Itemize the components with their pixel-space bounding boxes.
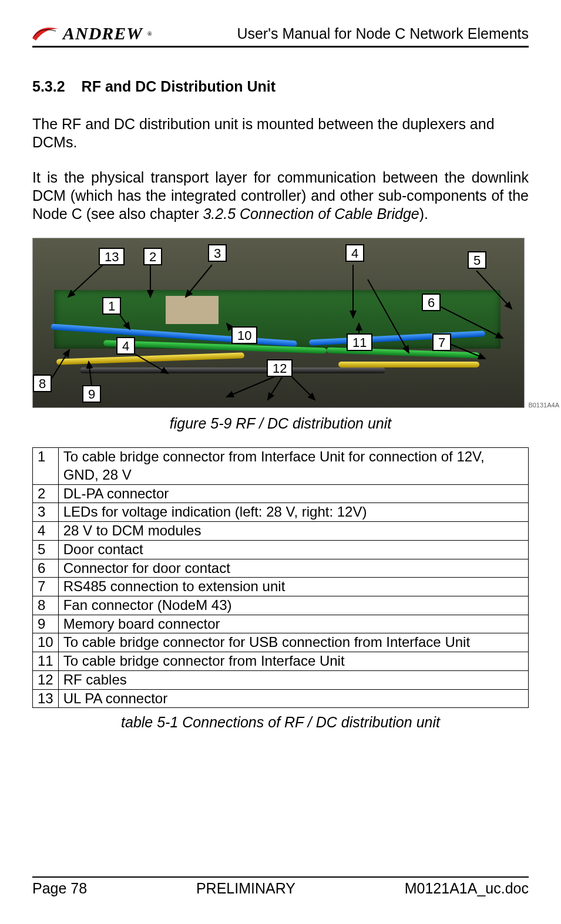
row-description: UL PA connector [58,689,528,708]
table-row: 9Memory board connector [33,615,529,633]
row-number: 3 [33,503,59,522]
callout-11: 11 [347,333,372,351]
row-number: 6 [33,559,59,578]
row-number: 9 [33,615,59,633]
row-description: Memory board connector [58,615,528,633]
callout-12: 12 [267,359,293,377]
row-description: To cable bridge connector for USB connec… [58,633,528,652]
row-description: Fan connector (NodeM 43) [58,596,528,615]
row-description: LEDs for voltage indication (left: 28 V,… [58,503,528,522]
row-number: 13 [33,689,59,708]
row-number: 8 [33,596,59,615]
table-row: 8Fan connector (NodeM 43) [33,596,529,615]
table-row: 1To cable bridge connector from Interfac… [33,448,529,484]
callout-6: 6 [422,294,441,311]
callout-7: 7 [432,333,451,351]
table-row: 12RF cables [33,670,529,689]
row-description: RF cables [58,670,528,689]
section-heading: 5.3.2 RF and DC Distribution Unit [32,78,529,95]
paragraph-2: It is the physical transport layer for c… [32,168,529,224]
connections-table: 1To cable bridge connector from Interfac… [32,447,529,708]
row-number: 4 [33,522,59,541]
callout-10: 10 [231,326,257,344]
paragraph-1: The RF and DC distribution unit is mount… [32,115,529,152]
row-number: 1 [33,448,59,484]
row-description: To cable bridge connector from Interface… [58,652,528,671]
row-description: 28 V to DCM modules [58,522,528,541]
table-row: 428 V to DCM modules [33,522,529,541]
document-title: User's Manual for Node C Network Element… [237,25,529,42]
callout-2: 2 [143,248,162,265]
callout-4a: 4 [116,337,135,355]
logo-text: ANDREW [63,23,143,43]
table-row: 6Connector for door contact [33,559,529,578]
callout-5: 5 [468,251,486,269]
logo-swoosh-icon [32,25,58,42]
table-caption: table 5-1 Connections of RF / DC distrib… [32,714,529,731]
section-title: RF and DC Distribution Unit [82,78,276,95]
row-description: RS485 connection to extension unit [58,578,528,596]
row-number: 10 [33,633,59,652]
callout-13: 13 [99,248,125,265]
table-row: 5Door contact [33,540,529,559]
table-row: 13UL PA connector [33,689,529,708]
row-description: To cable bridge connector from Interface… [58,448,528,484]
row-number: 7 [33,578,59,596]
section-number: 5.3.2 [32,78,65,95]
brand-logo: ANDREW ® [32,23,153,43]
row-description: DL-PA connector [58,484,528,503]
page-header: ANDREW ® User's Manual for Node C Networ… [32,23,529,48]
table-row: 11To cable bridge connector from Interfa… [33,652,529,671]
row-number: 2 [33,484,59,503]
image-id-tag: B0131A4A [528,402,559,409]
row-number: 12 [33,670,59,689]
callout-4b: 4 [345,244,364,262]
row-description: Door contact [58,540,528,559]
page-footer: Page 78 PRELIMINARY M0121A1A_uc.doc [32,876,529,897]
table-row: 2DL-PA connector [33,484,529,503]
footer-status: PRELIMINARY [196,880,295,897]
callout-1: 1 [102,297,121,315]
table-row: 10To cable bridge connector for USB conn… [33,633,529,652]
footer-page: Page 78 [32,880,87,897]
row-number: 11 [33,652,59,671]
table-row: 7RS485 connection to extension unit [33,578,529,596]
callout-8: 8 [33,375,52,392]
callout-3: 3 [208,244,227,262]
row-number: 5 [33,540,59,559]
figure-caption: figure 5-9 RF / DC distribution unit [32,415,529,432]
callout-9: 9 [82,385,101,403]
figure-rf-dc-unit: 13 2 3 4 5 6 7 1 4 10 11 12 8 9 B0131A4A [32,238,525,408]
row-description: Connector for door contact [58,559,528,578]
footer-docname: M0121A1A_uc.doc [405,880,529,897]
table-row: 3LEDs for voltage indication (left: 28 V… [33,503,529,522]
